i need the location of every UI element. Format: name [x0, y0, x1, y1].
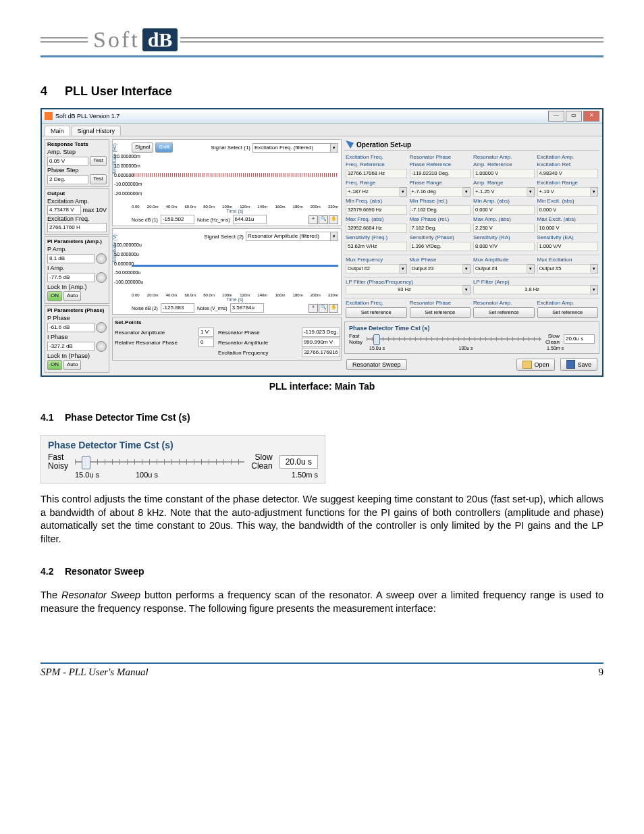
- open-button[interactable]: Open: [516, 359, 555, 371]
- phase-range-select[interactable]: +-7.16 deg: [410, 187, 464, 197]
- panel-pi-amp: PI Parameters (Amp.) P Amp. 8.1 dB I Amp…: [45, 236, 109, 304]
- operation-grid: Excitation Freq.Resonator PhaseResonator…: [344, 153, 599, 253]
- tab-signal-history[interactable]: Signal History: [72, 126, 122, 136]
- title-bar[interactable]: Soft dB PLL Version 1.7 — ▭ ✕: [42, 109, 602, 124]
- amp-range-select[interactable]: +-1.25 V: [473, 187, 527, 197]
- plot-2-area[interactable]: Amplitude (V) 100.000000u50.000000u0.000…: [132, 242, 338, 292]
- para-4-2: The Resonator Sweep button performs a fr…: [41, 589, 603, 615]
- lock-phase-on-button[interactable]: ON: [47, 360, 62, 370]
- lock-phase-auto-button[interactable]: Auto: [63, 360, 81, 370]
- lp-filter-amp-select[interactable]: 3.8 Hz: [473, 285, 591, 294]
- p-phase-field[interactable]: -61.6 dB: [47, 323, 95, 332]
- tab-strip: Main Signal History: [42, 124, 602, 136]
- dropdown-icon[interactable]: ▾: [591, 285, 598, 294]
- phase-detector-value: 20.0u s: [564, 334, 595, 344]
- dropdown-icon[interactable]: ▾: [527, 187, 535, 197]
- i-phase-field[interactable]: -327.2 dB: [47, 342, 95, 351]
- dropdown-icon[interactable]: ▾: [331, 143, 338, 153]
- floppy-disk-icon: [566, 360, 575, 369]
- plot-1: Signal Shift Signal Select (1) Excitatio…: [112, 139, 342, 226]
- close-button[interactable]: ✕: [583, 111, 599, 122]
- mux-phase-select[interactable]: Output #3: [410, 264, 464, 273]
- minimize-button[interactable]: —: [548, 111, 564, 122]
- shift-button[interactable]: Shift: [155, 142, 173, 153]
- phase-detector-slider[interactable]: [367, 336, 541, 342]
- section-4-2-heading: 4.2Resonator Sweep: [41, 566, 603, 577]
- set-ref-exc-button[interactable]: Set reference: [537, 307, 599, 318]
- amp-step-test-button[interactable]: Test: [90, 156, 107, 166]
- page-footer: SPM - PLL User's Manual 9: [41, 662, 603, 678]
- plot-1-area[interactable]: Amplitude (Hz) 20.000000m10.000000m0.000…: [132, 154, 338, 204]
- excitation-range-select[interactable]: +-10 V: [537, 187, 591, 197]
- noise-hz-rms: 644.81u: [233, 215, 267, 224]
- p-phase-knob[interactable]: [96, 322, 107, 333]
- dropdown-icon[interactable]: ▾: [400, 187, 407, 197]
- freq-range-select[interactable]: +-187 Hz: [346, 187, 400, 197]
- excitation-freq-field: 2766.1760 H: [47, 223, 107, 232]
- plot-tool-crosshair-icon[interactable]: +: [308, 304, 318, 313]
- logo-db: dB: [142, 28, 178, 51]
- tab-main[interactable]: Main: [45, 126, 70, 136]
- plot-2: Signal Select (2) Resonator Amplitude (f…: [112, 228, 342, 315]
- dropdown-icon[interactable]: ▾: [463, 187, 471, 197]
- phase-step-field[interactable]: 2 Deg.: [47, 175, 88, 184]
- signal-select-2[interactable]: Resonator Amplitude (filtered): [246, 232, 331, 241]
- i-amp-field[interactable]: -77.5 dB: [47, 273, 95, 282]
- dropdown-icon[interactable]: ▾: [591, 264, 598, 273]
- dropdown-icon[interactable]: ▾: [463, 285, 471, 294]
- logo-soft: Soft: [90, 27, 142, 53]
- signal-button[interactable]: Signal: [132, 142, 153, 153]
- dropdown-icon[interactable]: ▾: [400, 264, 407, 273]
- para-4-1: This control adjusts the time constant o…: [41, 493, 603, 546]
- plot-tool-pan-icon[interactable]: ✋: [329, 304, 338, 313]
- section-4-1-heading: 4.1Phase Detector Time Cst (s): [41, 412, 603, 423]
- signal-select-1[interactable]: Excitation Freq. (filtered): [252, 143, 331, 153]
- panel-pi-phase: PI Parameters (Phase) P Phase -61.6 dB I…: [45, 305, 109, 373]
- mux-freq-select[interactable]: Output #2: [346, 264, 400, 273]
- lock-amp-auto-button[interactable]: Auto: [63, 291, 81, 301]
- resonator-sweep-button[interactable]: Resonator Sweep: [346, 359, 407, 370]
- dropdown-icon[interactable]: ▾: [463, 264, 471, 273]
- lp-filter-phase-select[interactable]: 93 Hz: [346, 285, 463, 294]
- noise-db-1: -158.502: [161, 215, 194, 224]
- noise-v-rms: 3.58784u: [230, 303, 264, 313]
- mux-exc-select[interactable]: Output #5: [537, 264, 591, 273]
- app-window: Soft dB PLL Version 1.7 — ▭ ✕ Main Signa…: [41, 108, 603, 377]
- plot-tool-pan-icon[interactable]: ✋: [329, 215, 338, 224]
- plot-tool-zoom-icon[interactable]: 🔍: [319, 304, 328, 313]
- panel-output: Output Excitation Amp. 4.73478 Vmax 10V …: [45, 188, 109, 235]
- folder-open-icon: [522, 361, 532, 369]
- set-ref-freq-button[interactable]: Set reference: [346, 307, 407, 318]
- phase-detector-panel: Phase Detector Time Cst (s) FastNoisy Sl…: [344, 321, 599, 354]
- phase-step-test-button[interactable]: Test: [90, 174, 107, 184]
- set-ref-amp-button[interactable]: Set reference: [473, 307, 535, 318]
- panel-setpoints: Set-Points Resonator Amplitude1 V Relati…: [112, 317, 342, 361]
- i-amp-knob[interactable]: [96, 272, 107, 283]
- maximize-button[interactable]: ▭: [566, 111, 582, 122]
- save-button[interactable]: Save: [560, 358, 597, 371]
- logo-rule-right: [180, 37, 603, 43]
- sp-rel-phase[interactable]: 0 Deg.: [198, 338, 214, 347]
- set-ref-phase-button[interactable]: Set reference: [410, 307, 471, 318]
- plot-tool-zoom-icon[interactable]: 🔍: [319, 215, 328, 224]
- operation-setup-heading: Operation Set-up: [344, 139, 599, 151]
- out-res-amp: 999.990m V: [302, 338, 340, 347]
- dropdown-icon[interactable]: ▾: [591, 187, 598, 197]
- out-res-phase: -119.023 Deg.: [302, 328, 340, 337]
- dropdown-icon[interactable]: ▾: [527, 264, 535, 273]
- figure-caption: PLL interface: Main Tab: [41, 381, 603, 392]
- amp-step-field[interactable]: 0.05 V: [47, 157, 88, 166]
- sp-res-amp[interactable]: 1 V: [198, 328, 214, 337]
- i-phase-knob[interactable]: [96, 341, 107, 352]
- phase-detector-slider-zoom[interactable]: [75, 456, 244, 468]
- header-rule: [41, 55, 603, 57]
- lock-amp-on-button[interactable]: ON: [47, 291, 62, 301]
- section-4-heading: 4PLL User Interface: [41, 84, 603, 99]
- p-amp-field[interactable]: 8.1 dB: [47, 254, 95, 263]
- dropdown-icon[interactable]: ▾: [331, 232, 338, 241]
- excitation-amp-field: 4.73478 V: [47, 205, 81, 215]
- p-amp-knob[interactable]: [96, 253, 107, 264]
- mux-amp-select[interactable]: Output #4: [473, 264, 527, 273]
- plot-tool-crosshair-icon[interactable]: +: [308, 215, 318, 224]
- footer-title: SPM - PLL User's Manual: [41, 667, 149, 678]
